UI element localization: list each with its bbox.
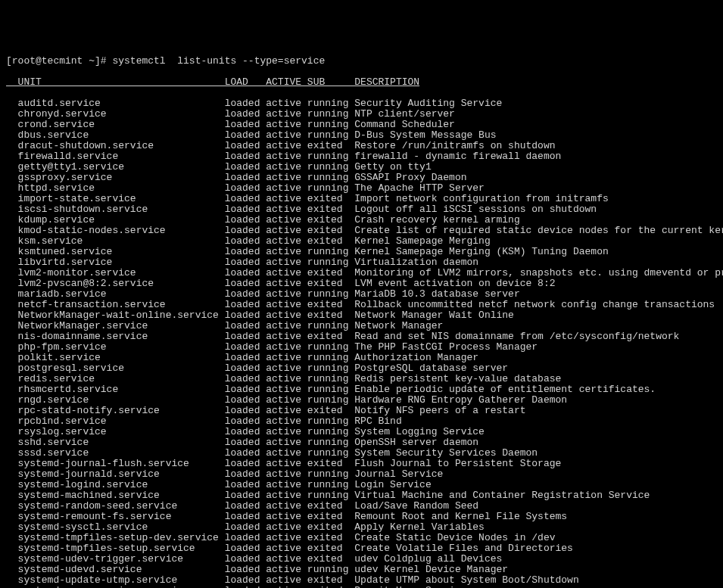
service-row: ksmtuned.service loaded active running K…	[6, 247, 717, 257]
service-row: systemd-remount-fs.service loaded active…	[6, 512, 717, 522]
service-row: NetworkManager-wait-online.service loade…	[6, 310, 717, 321]
service-row: dbus.service loaded active running D-Bus…	[6, 130, 717, 141]
service-list: auditd.service loaded active running Sec…	[6, 98, 717, 588]
service-row: sssd.service loaded active running Syste…	[6, 448, 717, 459]
service-row: rngd.service loaded active running Hardw…	[6, 395, 717, 406]
service-row: systemd-sysctl.service loaded active exi…	[6, 522, 717, 533]
terminal-output: [root@tecmint ~]# systemctl list-units -…	[6, 45, 717, 588]
service-row: systemd-tmpfiles-setup.service loaded ac…	[6, 543, 717, 554]
service-row: php-fpm.service loaded active running Th…	[6, 342, 717, 353]
service-row: rpc-statd-notify.service loaded active e…	[6, 406, 717, 416]
service-row: systemd-update-utmp.service loaded activ…	[6, 575, 717, 586]
service-row: httpd.service loaded active running The …	[6, 183, 717, 194]
service-row: NetworkManager.service loaded active run…	[6, 321, 717, 331]
service-row: chronyd.service loaded active running NT…	[6, 109, 717, 120]
service-row: redis.service loaded active running Redi…	[6, 374, 717, 384]
service-row: lvm2-monitor.service loaded active exite…	[6, 268, 717, 278]
service-row: systemd-machined.service loaded active r…	[6, 490, 717, 501]
service-row: postgresql.service loaded active running…	[6, 363, 717, 374]
service-row: gssproxy.service loaded active running G…	[6, 173, 717, 183]
service-row: kdump.service loaded active exited Crash…	[6, 215, 717, 226]
service-row: lvm2-pvscan@8:2.service loaded active ex…	[6, 278, 717, 289]
service-row: systemd-logind.service loaded active run…	[6, 480, 717, 490]
service-row: rhsmcertd.service loaded active running …	[6, 384, 717, 395]
prompt-user-host: [root@tecmint ~]#	[6, 55, 107, 67]
prompt-command: systemctl list-units --type=service	[107, 55, 326, 67]
service-row: auditd.service loaded active running Sec…	[6, 98, 717, 109]
service-row: polkit.service loaded active running Aut…	[6, 353, 717, 363]
service-row: netcf-transaction.service loaded active …	[6, 300, 717, 310]
service-row: getty@tty1.service loaded active running…	[6, 162, 717, 173]
service-row: systemd-random-seed.service loaded activ…	[6, 501, 717, 512]
prompt-line: [root@tecmint ~]# systemctl list-units -…	[6, 56, 717, 67]
service-row: import-state.service loaded active exite…	[6, 194, 717, 204]
service-row: crond.service loaded active running Comm…	[6, 120, 717, 130]
service-row: dracut-shutdown.service loaded active ex…	[6, 141, 717, 151]
service-row: firewalld.service loaded active running …	[6, 151, 717, 162]
service-row: systemd-udev-trigger.service loaded acti…	[6, 554, 717, 565]
service-row: iscsi-shutdown.service loaded active exi…	[6, 204, 717, 215]
service-row: sshd.service loaded active running OpenS…	[6, 437, 717, 448]
service-row: systemd-journal-flush.service loaded act…	[6, 459, 717, 469]
service-row: mariadb.service loaded active running Ma…	[6, 289, 717, 300]
service-row: systemd-udevd.service loaded active runn…	[6, 565, 717, 575]
service-row: kmod-static-nodes.service loaded active …	[6, 226, 717, 236]
service-row: systemd-tmpfiles-setup-dev.service loade…	[6, 533, 717, 543]
service-row: nis-domainname.service loaded active exi…	[6, 331, 717, 342]
service-row: systemd-journald.service loaded active r…	[6, 469, 717, 480]
service-row: rpcbind.service loaded active running RP…	[6, 416, 717, 427]
service-row: rsyslog.service loaded active running Sy…	[6, 427, 717, 437]
column-headers: UNIT LOAD ACTIVE SUB DESCRIPTION	[6, 77, 717, 88]
service-row: ksm.service loaded active exited Kernel …	[6, 236, 717, 247]
service-row: libvirtd.service loaded active running V…	[6, 257, 717, 268]
